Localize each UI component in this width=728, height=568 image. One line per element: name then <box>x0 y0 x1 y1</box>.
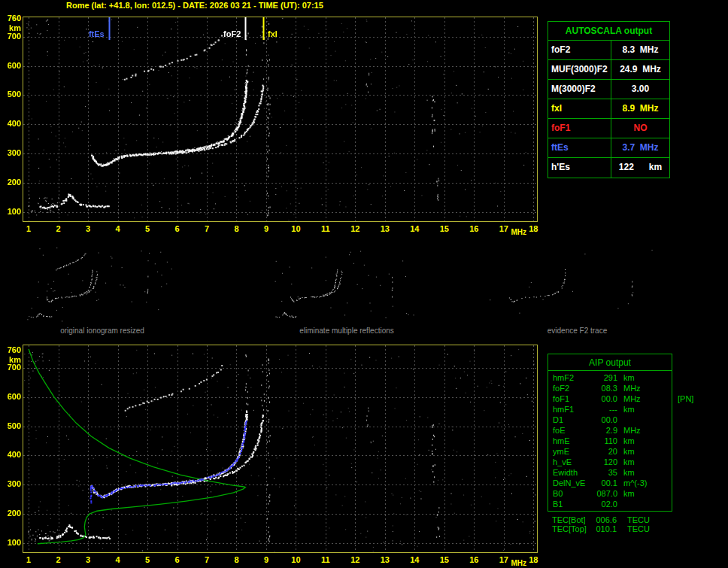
aip-param-label: B1 <box>548 499 592 509</box>
marker-label-fof2: foF2 <box>200 30 241 38</box>
y-tick-label: 700 <box>2 32 21 41</box>
y-tick-label: 760 <box>2 14 21 23</box>
aip-param-unit: km <box>617 404 635 415</box>
autoscala-row-ftes: ftEs3.7 MHz <box>548 138 669 158</box>
tec-label: TEC[Top] <box>548 524 591 533</box>
aip-param-value: 00.1 <box>592 478 617 488</box>
x-tick-label: 4 <box>108 556 128 564</box>
tec-unit: TECU <box>617 524 650 533</box>
tec-values-block: TEC[Bot]006.6TECUTEC[Top]010.1TECU <box>548 515 720 533</box>
aip-param-value: 120 <box>592 457 617 467</box>
aip-table-title: AIP output <box>548 354 672 371</box>
x-tick-label: 7 <box>197 556 217 564</box>
x-tick-label: 5 <box>138 556 157 564</box>
x-tick-label: 3 <box>78 225 98 233</box>
y-axis-unit: km <box>2 356 21 364</box>
aip-param-unit: km <box>617 446 635 457</box>
x-tick-label: 9 <box>256 556 276 564</box>
x-tick-label: 1 <box>19 225 38 233</box>
x-tick-label: 14 <box>405 225 424 233</box>
autoscala-row-fof1: foF1NO <box>548 119 669 138</box>
y-axis-unit: km <box>2 24 21 32</box>
aip-param-value: 110 <box>592 436 617 446</box>
x-tick-label: 18 <box>523 556 543 564</box>
aip-param-value: 2.9 <box>592 425 617 436</box>
tec-row-tecbot: TEC[Bot]006.6TECU <box>548 515 720 524</box>
autoscala-output-screen: Rome (lat: +41.8, lon: 012.5) - DATE: 20… <box>0 0 728 568</box>
aip-param-flag: [PN] <box>678 393 693 404</box>
autoscala-param-label: foF1 <box>548 119 611 138</box>
thumbnail-caption-evidence: evidence F2 trace <box>485 327 669 335</box>
aip-row-foe: foE2.9MHz <box>548 425 672 436</box>
autoscala-table-title: AUTOSCALA output <box>548 22 669 41</box>
tec-value: 006.6 <box>591 515 617 524</box>
tec-label: TEC[Bot] <box>548 515 591 524</box>
autoscala-row-fxi: fxI8.9 MHz <box>548 99 669 119</box>
aip-param-label: h_vE <box>548 457 592 467</box>
aip-row-delnve: DelN_vE00.1m^(-3) <box>548 478 672 488</box>
x-axis-unit: MHz <box>511 560 526 567</box>
aip-param-unit: m^(-3) <box>617 478 647 488</box>
aip-param-label: ymE <box>548 446 592 457</box>
autoscala-param-label: h'Es <box>548 158 611 178</box>
y-tick-label: 300 <box>2 480 21 488</box>
aip-param-value: 02.0 <box>592 499 617 509</box>
aip-row-yme: ymE20km <box>548 446 672 457</box>
autoscala-param-value: 8.9 MHz <box>611 99 669 118</box>
thumbnail-caption-eliminate: eliminate multiple reflections <box>271 327 423 335</box>
autoscala-row-hes: h'Es122 km <box>548 158 669 178</box>
aip-param-label: Ewidth <box>548 467 592 478</box>
x-tick-label: 4 <box>108 225 128 233</box>
x-tick-label: 6 <box>168 225 187 233</box>
aip-param-label: hmF1 <box>548 404 592 415</box>
y-tick-label: 400 <box>2 120 21 128</box>
x-axis-unit: MHz <box>511 229 526 236</box>
aip-table-rows: hmF2291kmfoF208.3MHzfoF100.0MHz[PN]hmF1-… <box>548 371 672 509</box>
x-tick-label: 9 <box>256 225 276 233</box>
x-tick-label: 13 <box>375 225 395 233</box>
y-tick-label: 100 <box>2 539 21 547</box>
aip-row-ewidth: Ewidth35km <box>548 467 672 478</box>
aip-param-label: foE <box>548 425 592 436</box>
x-tick-label: 13 <box>375 556 395 564</box>
autoscala-param-value: 122 km <box>611 158 669 178</box>
x-tick-label: 3 <box>78 556 98 564</box>
autoscala-param-value: 3.00 <box>611 80 669 99</box>
autoscala-row-fof2: foF28.3 MHz <box>548 41 669 60</box>
aip-param-label: foF2 <box>548 383 592 393</box>
y-tick-label: 100 <box>2 208 21 216</box>
y-tick-label: 600 <box>2 393 21 401</box>
aip-param-unit: km <box>617 436 635 446</box>
aip-param-value: 20 <box>592 446 617 457</box>
aip-param-unit: km <box>617 457 635 467</box>
aip-param-unit <box>617 415 623 425</box>
aip-param-unit: MHz <box>617 425 641 436</box>
aip-row-b0: B0087.0km <box>548 488 672 499</box>
thumbnail-original-ionogram <box>26 247 178 322</box>
autoscala-param-label: M(3000)F2 <box>548 80 611 99</box>
aip-row-hmf2: hmF2291km <box>548 372 672 383</box>
aip-param-unit: km <box>617 372 635 383</box>
aip-row-hme: hmE110km <box>548 436 672 446</box>
autoscala-param-label: fxI <box>548 99 611 118</box>
autoscala-param-label: foF2 <box>548 41 611 59</box>
y-tick-label: 700 <box>2 363 21 372</box>
x-tick-label: 18 <box>523 225 543 233</box>
x-tick-label: 1 <box>19 556 38 564</box>
x-tick-label: 14 <box>405 556 424 564</box>
tec-row-tectop: TEC[Top]010.1TECU <box>548 524 720 533</box>
x-tick-label: 15 <box>435 225 454 233</box>
x-tick-label: 10 <box>286 225 305 233</box>
ionogram-canvas-bottom <box>23 345 537 552</box>
autoscala-output-table: AUTOSCALA outputfoF28.3 MHzMUF(3000)F224… <box>548 21 670 178</box>
aip-param-label: hmF2 <box>548 372 592 383</box>
y-tick-label: 760 <box>2 346 21 354</box>
x-tick-label: 12 <box>345 556 365 564</box>
x-tick-label: 2 <box>49 225 68 233</box>
aip-row-d1: D100.0 <box>548 415 672 425</box>
marker-label-ftes: ftEs <box>64 30 105 38</box>
y-tick-label: 500 <box>2 422 21 430</box>
x-tick-label: 5 <box>138 225 157 233</box>
aip-param-unit: MHz <box>617 393 641 404</box>
y-tick-label: 600 <box>2 62 21 70</box>
